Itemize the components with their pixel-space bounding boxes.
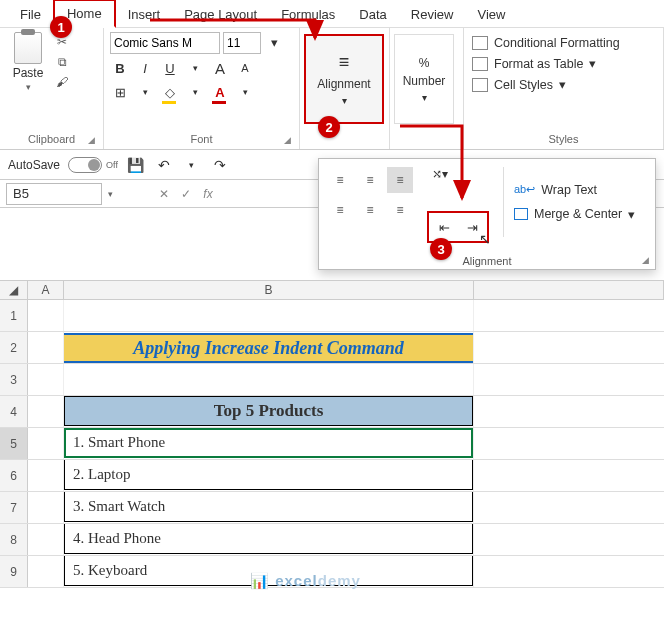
col-header-rest[interactable]	[474, 281, 664, 299]
annotation-arrows	[0, 0, 664, 280]
title-banner[interactable]: Applying Increase Indent Command	[64, 333, 473, 363]
column-headers: ◢ A B	[0, 280, 664, 300]
cell-b7[interactable]: 3. Smart Watch	[64, 492, 473, 522]
row-header[interactable]: 6	[0, 460, 28, 491]
row-header[interactable]: 4	[0, 396, 28, 427]
callout-2: 2	[318, 116, 340, 138]
callout-1: 1	[50, 16, 72, 38]
row-header[interactable]: 7	[0, 492, 28, 523]
callout-3: 3	[430, 238, 452, 260]
cell-b5[interactable]: 1. Smart Phone	[64, 428, 473, 458]
table-header-cell[interactable]: Top 5 Products	[64, 396, 473, 426]
row-header[interactable]: 2	[0, 332, 28, 363]
row-header[interactable]: 1	[0, 300, 28, 331]
col-header-b[interactable]: B	[64, 281, 474, 299]
col-header-a[interactable]: A	[28, 281, 64, 299]
cell-b6[interactable]: 2. Laptop	[64, 460, 473, 490]
row-header[interactable]: 5	[0, 428, 28, 459]
row-header[interactable]: 8	[0, 524, 28, 555]
row-header[interactable]: 9	[0, 556, 28, 587]
cell-b8[interactable]: 4. Head Phone	[64, 524, 473, 554]
worksheet: ◢ A B 1 2Applying Increase Indent Comman…	[0, 280, 664, 588]
watermark: 📊 exceldemy	[250, 572, 361, 590]
select-all-triangle[interactable]: ◢	[0, 281, 28, 299]
row-header[interactable]: 3	[0, 364, 28, 395]
